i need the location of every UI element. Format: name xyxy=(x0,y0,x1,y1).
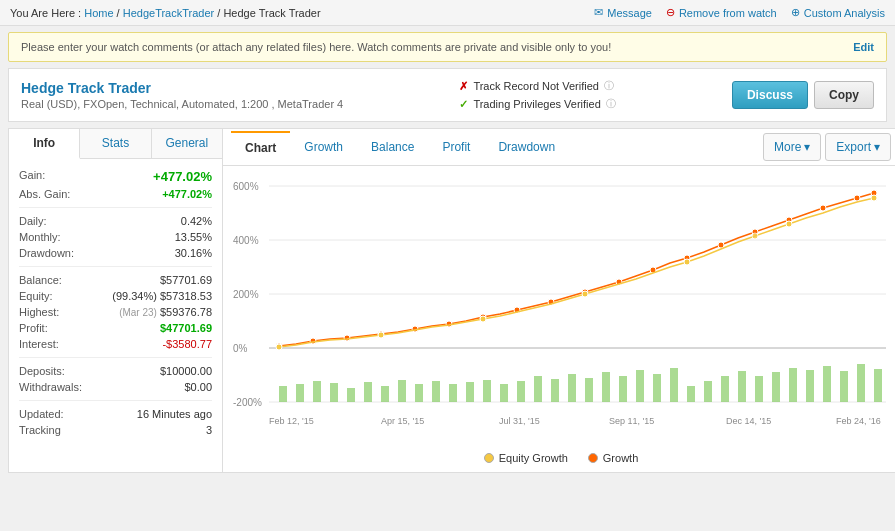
stat-drawdown: Drawdown: 30.16% xyxy=(19,245,212,261)
breadcrumb-prefix: You Are Here : xyxy=(10,7,84,19)
badge-info-icon-2[interactable]: ⓘ xyxy=(606,97,616,111)
svg-rect-33 xyxy=(653,374,661,402)
svg-rect-24 xyxy=(500,384,508,402)
svg-rect-38 xyxy=(738,371,746,402)
custom-analysis-link[interactable]: ⊕ Custom Analysis xyxy=(791,6,885,19)
daily-label: Daily: xyxy=(19,215,47,227)
tab-stats[interactable]: Stats xyxy=(80,129,151,158)
updated-value: 16 Minutes ago xyxy=(137,408,212,420)
remove-watch-link[interactable]: ⊖ Remove from watch xyxy=(666,6,777,19)
watch-bar: Please enter your watch comments (or att… xyxy=(8,32,887,62)
svg-text:200%: 200% xyxy=(233,289,259,300)
chart-tab-drawdown-label: Drawdown xyxy=(498,140,555,154)
svg-rect-16 xyxy=(364,382,372,402)
chart-tab-profit-label: Profit xyxy=(442,140,470,154)
svg-rect-17 xyxy=(381,386,389,402)
message-icon: ✉ xyxy=(594,6,603,19)
badge-unverified-text: Track Record Not Verified xyxy=(473,80,599,92)
svg-rect-27 xyxy=(551,379,559,402)
svg-point-68 xyxy=(480,316,486,322)
trader-header: Hedge Track Trader Real (USD), FXOpen, T… xyxy=(8,68,887,122)
svg-rect-34 xyxy=(670,368,678,402)
daily-value: 0.42% xyxy=(181,215,212,227)
export-button[interactable]: Export ▾ xyxy=(825,133,891,161)
left-panel: Info Stats General Gain: +477.02% Abs. G… xyxy=(8,128,223,473)
trader-details: Real (USD), FXOpen, Technical, Automated… xyxy=(21,98,343,110)
updated-label: Updated: xyxy=(19,408,64,420)
top-nav-actions: ✉ Message ⊖ Remove from watch ⊕ Custom A… xyxy=(594,6,885,19)
breadcrumb-current: Hedge Track Trader xyxy=(223,7,320,19)
svg-point-64 xyxy=(854,195,860,201)
svg-text:Sep 11, '15: Sep 11, '15 xyxy=(609,416,654,426)
svg-rect-28 xyxy=(568,374,576,402)
svg-point-70 xyxy=(684,259,690,265)
stat-abs-gain: Abs. Gain: +477.02% xyxy=(19,186,212,202)
svg-rect-22 xyxy=(466,382,474,402)
svg-rect-29 xyxy=(585,378,593,402)
withdrawals-label: Withdrawals: xyxy=(19,381,82,393)
tab-info[interactable]: Info xyxy=(9,129,80,159)
chart-tab-growth-label: Growth xyxy=(304,140,343,154)
stat-gain: Gain: +477.02% xyxy=(19,167,212,186)
svg-rect-21 xyxy=(449,384,457,402)
message-label: Message xyxy=(607,7,652,19)
equity-legend-label: Equity Growth xyxy=(499,452,568,464)
stat-withdrawals: Withdrawals: $0.00 xyxy=(19,379,212,395)
trader-info: Hedge Track Trader Real (USD), FXOpen, T… xyxy=(21,80,343,110)
custom-analysis-label: Custom Analysis xyxy=(804,7,885,19)
discuss-button[interactable]: Discuss xyxy=(732,81,808,109)
chevron-down-icon: ▾ xyxy=(804,140,810,154)
breadcrumb: You Are Here : Home / HedgeTrackTrader /… xyxy=(10,7,321,19)
deposits-label: Deposits: xyxy=(19,365,65,377)
divider-2 xyxy=(19,266,212,267)
equity-pct: (99.34%) xyxy=(112,290,157,302)
export-label: Export xyxy=(836,140,871,154)
chart-tab-profit[interactable]: Profit xyxy=(428,132,484,162)
chart-legend: Equity Growth Growth xyxy=(231,446,891,472)
badge-unverified-row: ✗ Track Record Not Verified ⓘ xyxy=(459,79,615,93)
svg-text:600%: 600% xyxy=(233,181,259,192)
abs-gain-value: +477.02% xyxy=(162,188,212,200)
copy-button[interactable]: Copy xyxy=(814,81,874,109)
legend-growth: Growth xyxy=(588,452,638,464)
stat-monthly: Monthly: 13.55% xyxy=(19,229,212,245)
tab-info-label: Info xyxy=(33,136,55,150)
chart-tab-bar: Chart Growth Balance Profit Drawdown Mor… xyxy=(223,129,895,166)
equity-amount: $57318.53 xyxy=(160,290,212,302)
svg-rect-32 xyxy=(636,370,644,402)
svg-rect-40 xyxy=(772,372,780,402)
message-link[interactable]: ✉ Message xyxy=(594,6,652,19)
tab-general[interactable]: General xyxy=(152,129,222,158)
more-button[interactable]: More ▾ xyxy=(763,133,821,161)
divider-1 xyxy=(19,207,212,208)
abs-gain-label: Abs. Gain: xyxy=(19,188,70,200)
svg-rect-15 xyxy=(347,388,355,402)
interest-label: Interest: xyxy=(19,338,59,350)
tracking-label: Tracking xyxy=(19,424,61,436)
more-label: More xyxy=(774,140,801,154)
svg-rect-46 xyxy=(874,369,882,402)
chart-tab-balance[interactable]: Balance xyxy=(357,132,428,162)
remove-watch-label: Remove from watch xyxy=(679,7,777,19)
svg-text:-200%: -200% xyxy=(233,397,262,408)
breadcrumb-section[interactable]: HedgeTrackTrader xyxy=(123,7,215,19)
svg-text:400%: 400% xyxy=(233,235,259,246)
trader-actions: Discuss Copy xyxy=(732,81,874,109)
chart-tab-growth[interactable]: Growth xyxy=(290,132,357,162)
tab-general-label: General xyxy=(165,136,208,150)
svg-rect-36 xyxy=(704,381,712,402)
svg-point-63 xyxy=(820,205,826,211)
chart-tab-drawdown[interactable]: Drawdown xyxy=(484,132,569,162)
chart-tab-balance-label: Balance xyxy=(371,140,414,154)
svg-rect-42 xyxy=(806,370,814,402)
svg-rect-35 xyxy=(687,386,695,402)
badge-info-icon-1[interactable]: ⓘ xyxy=(604,79,614,93)
svg-text:Feb 12, '15: Feb 12, '15 xyxy=(269,416,314,426)
svg-rect-43 xyxy=(823,366,831,402)
watch-bar-edit[interactable]: Edit xyxy=(853,41,874,53)
main-content: Info Stats General Gain: +477.02% Abs. G… xyxy=(8,128,887,473)
export-chevron-icon: ▾ xyxy=(874,140,880,154)
chart-tab-chart[interactable]: Chart xyxy=(231,131,290,163)
breadcrumb-home[interactable]: Home xyxy=(84,7,113,19)
verified-check-icon: ✓ xyxy=(459,98,468,111)
